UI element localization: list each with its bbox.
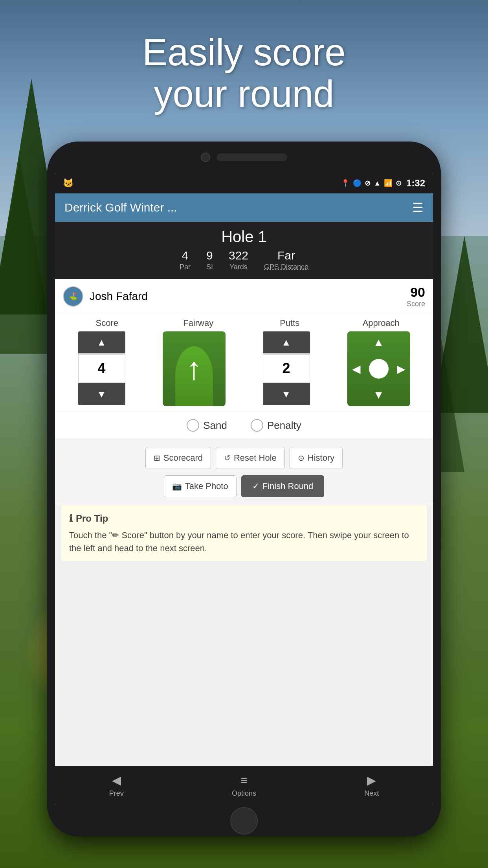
approach-up-arrow: ▲	[373, 336, 384, 349]
prev-label: Prev	[109, 789, 124, 798]
prev-icon: ◀	[112, 773, 121, 787]
finish-round-button[interactable]: ✓ Finish Round	[241, 475, 325, 497]
sand-penalty-row: Sand Penalty	[55, 412, 433, 439]
hole-si: 9 SI	[206, 249, 213, 271]
gps-label[interactable]: GPS Distance	[264, 263, 308, 271]
sand-option[interactable]: Sand	[187, 419, 227, 432]
score-up-button[interactable]: ▲	[78, 331, 125, 353]
hole-par: 4 Par	[180, 249, 191, 271]
mute-icon: ⊘	[365, 179, 371, 188]
approach-down-arrow: ▼	[373, 389, 384, 401]
battery-icon: ⊙	[396, 179, 402, 188]
reset-icon: ↺	[224, 453, 231, 463]
putts-spinner: ▲ 2 ▼	[263, 331, 310, 406]
fairway-widget[interactable]: ↑	[163, 331, 226, 406]
menu-button[interactable]: ☰	[412, 200, 424, 215]
penalty-label: Penalty	[267, 419, 301, 432]
status-right: 📍 🔵 ⊘ ▲ 📶 ⊙ 1:32	[341, 178, 425, 189]
si-value: 9	[206, 249, 213, 262]
score-spinner: ▲ 4 ▼	[78, 331, 125, 406]
bottom-navigation: ◀ Prev ≡ Options ▶ Next	[55, 766, 433, 805]
scorecard-button[interactable]: ⊞ Scorecard	[145, 447, 211, 469]
history-icon: ⊙	[298, 453, 305, 463]
yards-label: Yards	[229, 263, 248, 271]
history-button[interactable]: ⊙ History	[290, 447, 343, 469]
score-grid-cells: ▲ 4 ▼ ↑ ▲ 2 ▼ ▲ ▼	[61, 331, 427, 406]
take-photo-label: Take Photo	[185, 481, 228, 491]
nav-next[interactable]: ▶ Next	[364, 773, 379, 798]
phone-frame: 🐱 📍 🔵 ⊘ ▲ 📶 ⊙ 1:32 Derrick Golf Winter .…	[47, 142, 441, 837]
header-approach: Approach	[336, 318, 427, 328]
hole-yards: 322 Yards	[229, 249, 248, 271]
reset-hole-button[interactable]: ↺ Reset Hole	[216, 447, 285, 469]
take-photo-button[interactable]: 📷 Take Photo	[164, 475, 237, 497]
options-label: Options	[232, 789, 256, 798]
history-label: History	[308, 453, 334, 463]
score-value: 4	[78, 354, 125, 383]
phone-screen: 🐱 📍 🔵 ⊘ ▲ 📶 ⊙ 1:32 Derrick Golf Winter .…	[55, 173, 433, 805]
player-score-value: 90	[407, 285, 425, 300]
player-avatar: ⛳	[63, 286, 83, 307]
location-icon: 📍	[341, 179, 350, 188]
score-grid-headers: Score Fairway Putts Approach	[61, 318, 427, 328]
home-button[interactable]	[230, 807, 258, 835]
score-down-button[interactable]: ▼	[78, 383, 125, 405]
hole-gps: Far GPS Distance	[264, 249, 308, 271]
nav-prev[interactable]: ◀ Prev	[109, 773, 124, 798]
score-grid: Score Fairway Putts Approach ▲ 4 ▼ ↑	[55, 314, 433, 412]
pro-tip-title: ℹ Pro Tip	[69, 511, 419, 526]
reset-hole-label: Reset Hole	[234, 453, 277, 463]
approach-widget[interactable]: ▲ ▼ ◀ ▶	[347, 331, 410, 406]
headline: Easily score your round	[0, 31, 488, 114]
app-icon: 🐱	[63, 178, 73, 188]
sand-label: Sand	[203, 419, 227, 432]
status-bar: 🐱 📍 🔵 ⊘ ▲ 📶 ⊙ 1:32	[55, 173, 433, 193]
par-value: 4	[180, 249, 191, 262]
signal-icon: 📶	[384, 179, 393, 188]
approach-left-arrow: ◀	[352, 362, 361, 375]
header-score: Score	[61, 318, 153, 328]
app-bar-title: Derrick Golf Winter ...	[64, 201, 177, 214]
putts-value: 2	[263, 354, 310, 383]
app-bar: Derrick Golf Winter ... ☰	[55, 193, 433, 222]
par-label: Par	[180, 263, 191, 271]
status-left: 🐱	[63, 178, 73, 188]
checkmark-icon: ✓	[252, 481, 259, 491]
hole-stats: 4 Par 9 SI 322 Yards Far GPS Distance	[55, 249, 433, 276]
avatar-initials: ⛳	[69, 292, 77, 301]
clock: 1:32	[406, 178, 425, 189]
sand-radio[interactable]	[187, 419, 199, 432]
fairway-arrow-icon: ↑	[186, 351, 202, 387]
phone-bottom-bezel	[47, 805, 441, 837]
player-score-section: 90 Score	[407, 285, 425, 308]
nav-options[interactable]: ≡ Options	[232, 774, 256, 798]
approach-right-arrow: ▶	[397, 362, 405, 375]
gps-value: Far	[264, 249, 308, 262]
next-icon: ▶	[367, 773, 376, 787]
penalty-radio[interactable]	[251, 419, 263, 432]
hole-title: Hole 1	[55, 228, 433, 246]
si-label: SI	[206, 263, 213, 271]
headline-line1: Easily score	[0, 31, 488, 73]
phone-top-bezel	[47, 142, 441, 173]
penalty-option[interactable]: Penalty	[251, 419, 301, 432]
pro-tip-box: ℹ Pro Tip Touch the "✏ Score" button by …	[61, 505, 427, 561]
speaker-grille	[216, 153, 287, 161]
action-row-2: 📷 Take Photo ✓ Finish Round	[55, 474, 433, 505]
scorecard-icon: ⊞	[154, 453, 160, 463]
header-fairway: Fairway	[153, 318, 244, 328]
action-row-1: ⊞ Scorecard ↺ Reset Hole ⊙ History	[55, 439, 433, 474]
putts-up-button[interactable]: ▲	[263, 331, 310, 353]
putts-down-button[interactable]: ▼	[263, 383, 310, 405]
wifi-icon: ▲	[374, 179, 381, 188]
headline-line2: your round	[0, 73, 488, 115]
header-putts: Putts	[244, 318, 336, 328]
camera-icon: 📷	[172, 482, 182, 491]
finish-round-label: Finish Round	[262, 481, 314, 491]
pro-tip-text: Touch the "✏ Score" button by your name …	[69, 529, 419, 555]
options-icon: ≡	[240, 774, 248, 787]
bluetooth-icon: 🔵	[353, 179, 361, 188]
next-label: Next	[364, 789, 379, 798]
player-name: Josh Fafard	[90, 290, 407, 303]
player-score-label: Score	[407, 300, 425, 308]
